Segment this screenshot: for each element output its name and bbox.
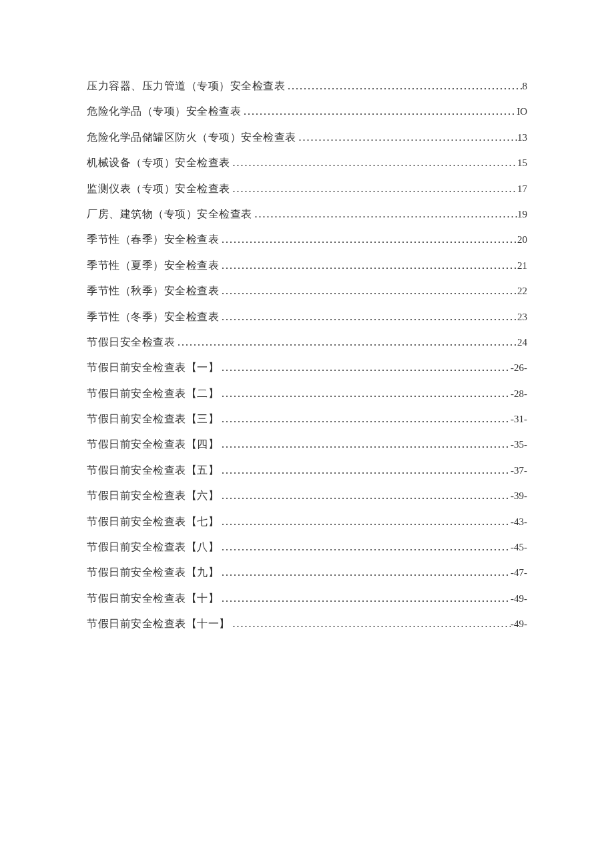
toc-dots [230, 176, 518, 201]
toc-dots [219, 227, 517, 252]
toc-entry: 节假日前安全检查表【五】 -37- [87, 458, 527, 483]
toc-dots [219, 483, 511, 508]
toc-page: 13 [517, 125, 527, 149]
toc-entry: 季节性（秋季）安全检查表 22 [87, 278, 527, 304]
toc-entry: 节假日前安全检查表【八】 -45- [87, 534, 527, 560]
toc-page: -47- [511, 560, 527, 584]
toc-entry: 节假日前安全检查表【九】 -47- [87, 560, 527, 585]
toc-entry: 厂房、建筑物（专项）安全检查表 19 [87, 201, 527, 227]
toc-dots [219, 509, 511, 534]
toc-dots [219, 278, 517, 304]
toc-entry: 节假日前安全检查表【六】 -39- [87, 483, 527, 508]
toc-title: 节假日前安全检查表【二】 [87, 381, 219, 406]
toc-entry: 危险化学品（专项）安全检查表 IO [87, 99, 527, 124]
toc-page: 19 [517, 202, 527, 226]
toc-title: 机械设备（专项）安全检查表 [87, 150, 230, 175]
toc-page: -49- [511, 612, 527, 636]
toc-entry: 节假日前安全检查表【四】 -35- [87, 432, 527, 457]
toc-title: 节假日前安全检查表【三】 [87, 406, 219, 432]
toc-title: 节假日前安全检查表【十一】 [87, 611, 230, 636]
toc-title: 监测仪表（专项）安全检查表 [87, 176, 230, 201]
toc-page: -35- [511, 432, 527, 456]
toc-title: 压力容器、压力管道（专项）安全检查表 [87, 73, 285, 99]
toc-title: 危险化学品（专项）安全检查表 [87, 99, 241, 124]
toc-title: 季节性（秋季）安全检查表 [87, 278, 219, 304]
toc-dots [285, 73, 523, 99]
toc-page: IO [517, 99, 527, 123]
toc-dots [219, 355, 511, 380]
toc-dots [219, 406, 511, 432]
toc-entry: 监测仪表（专项）安全检查表 17 [87, 176, 527, 201]
toc-title: 节假日前安全检查表【一】 [87, 355, 219, 380]
toc-page: 17 [517, 177, 527, 201]
toc-title: 季节性（冬季）安全检查表 [87, 304, 219, 330]
toc-page: 24 [517, 330, 527, 354]
toc-dots [219, 304, 517, 330]
toc-title: 节假日前安全检查表【七】 [87, 509, 219, 534]
toc-dots [219, 586, 511, 611]
toc-dots [219, 432, 511, 457]
toc-title: 季节性（春季）安全检查表 [87, 227, 219, 252]
toc-page: 21 [517, 254, 527, 278]
toc-title: 节假日前安全检查表【四】 [87, 432, 219, 457]
toc-page: 8 [523, 74, 528, 98]
toc-title: 节假日安全检查表 [87, 330, 175, 355]
toc-title: 危险化学品储罐区防火（专项）安全检查表 [87, 125, 296, 150]
toc-entry: 节假日安全检查表 24 [87, 330, 527, 355]
toc-page: -45- [511, 535, 527, 559]
toc-dots [175, 330, 517, 355]
toc-entry: 节假日前安全检查表【一】 -26- [87, 355, 527, 380]
toc-entry: 季节性（冬季）安全检查表 23 [87, 304, 527, 330]
toc-dots [219, 458, 511, 483]
toc-page: 22 [517, 279, 527, 303]
toc-dots [219, 253, 517, 278]
toc-entry: 季节性（春季）安全检查表 20 [87, 227, 527, 252]
toc-title: 节假日前安全检查表【八】 [87, 534, 219, 560]
toc-page: -49- [511, 586, 527, 610]
toc-entry: 节假日前安全检查表【七】 -43- [87, 509, 527, 534]
toc-dots [241, 99, 517, 124]
toc-page: -28- [511, 382, 527, 406]
toc-entry: 节假日前安全检查表【十】 -49- [87, 586, 527, 611]
toc-title: 节假日前安全检查表【五】 [87, 458, 219, 483]
toc-dots [219, 560, 511, 585]
toc-dots [219, 534, 511, 560]
toc-entry: 压力容器、压力管道（专项）安全检查表 8 [87, 73, 527, 99]
toc-entry: 季节性（夏季）安全检查表 21 [87, 253, 527, 278]
toc-dots [296, 125, 518, 150]
toc-title: 季节性（夏季）安全检查表 [87, 253, 219, 278]
toc-page: -31- [511, 407, 527, 431]
toc-title: 节假日前安全检查表【六】 [87, 483, 219, 508]
toc-page: -26- [511, 356, 527, 380]
toc-entry: 节假日前安全检查表【二】 -28- [87, 381, 527, 406]
table-of-contents: 压力容器、压力管道（专项）安全检查表 8 危险化学品（专项）安全检查表 IO 危… [87, 73, 527, 637]
toc-page: 23 [517, 305, 527, 329]
toc-page: -37- [511, 458, 527, 482]
toc-page: -43- [511, 510, 527, 534]
toc-title: 节假日前安全检查表【九】 [87, 560, 219, 585]
toc-page: 15 [517, 151, 527, 175]
toc-entry: 机械设备（专项）安全检查表 15 [87, 150, 527, 175]
toc-entry: 节假日前安全检查表【三】 -31- [87, 406, 527, 432]
toc-dots [230, 611, 511, 636]
toc-dots [252, 201, 518, 227]
toc-page: -39- [511, 484, 527, 508]
toc-page: 20 [517, 228, 527, 252]
toc-dots [219, 381, 511, 406]
toc-entry: 节假日前安全检查表【十一】 -49- [87, 611, 527, 636]
toc-entry: 危险化学品储罐区防火（专项）安全检查表 13 [87, 125, 527, 150]
toc-title: 节假日前安全检查表【十】 [87, 586, 219, 611]
toc-dots [230, 150, 518, 175]
toc-title: 厂房、建筑物（专项）安全检查表 [87, 201, 252, 227]
